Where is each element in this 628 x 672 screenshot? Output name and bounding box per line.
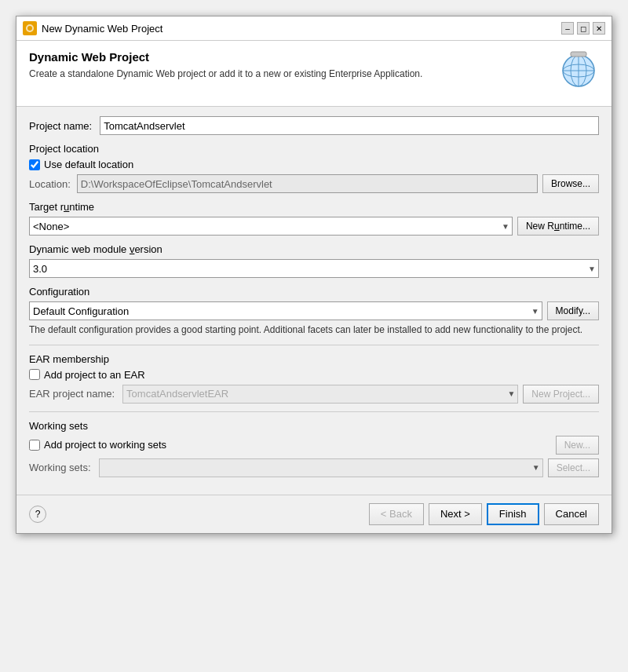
add-to-ear-checkbox[interactable] <box>29 369 40 380</box>
working-sets-label: Working sets <box>29 420 599 432</box>
ear-project-name-row: EAR project name: TomcatAndservletEAR ▼ … <box>29 385 599 404</box>
new-runtime-button[interactable]: New Runtime... <box>517 217 599 236</box>
browse-button[interactable]: Browse... <box>542 174 599 193</box>
web-module-version-select[interactable]: 3.0 2.5 2.4 <box>29 259 599 278</box>
globe-icon <box>558 50 599 93</box>
configuration-info: The default configuration provides a goo… <box>29 323 599 337</box>
ear-project-name-label: EAR project name: <box>29 388 115 400</box>
finish-button[interactable]: Finish <box>487 503 539 525</box>
svg-rect-8 <box>571 52 586 57</box>
working-sets-select[interactable] <box>99 458 543 477</box>
ear-membership-label: EAR membership <box>29 353 599 365</box>
web-module-version-select-wrapper: 3.0 2.5 2.4 ▼ <box>29 259 599 278</box>
use-default-location-checkbox[interactable] <box>29 159 40 170</box>
project-location-group: Project location Use default location Lo… <box>29 143 599 193</box>
title-bar: New Dynamic Web Project – ◻ ✕ <box>16 16 612 41</box>
target-runtime-row: <None> ▼ New Runtime... <box>29 217 599 236</box>
target-runtime-label: Target runtime <box>29 201 599 213</box>
help-button[interactable]: ? <box>29 506 46 523</box>
header-subtitle: Create a standalone Dynamic Web project … <box>29 68 422 79</box>
separator-1 <box>29 345 599 345</box>
configuration-select[interactable]: Default Configuration <box>29 301 542 320</box>
working-sets-select-wrapper: ▼ <box>99 458 543 477</box>
web-module-version-group: Dynamic web module version 3.0 2.5 2.4 ▼ <box>29 243 599 278</box>
content-area: Project name: Project location Use defau… <box>16 107 612 495</box>
header-text: Dynamic Web Project Create a standalone … <box>29 50 422 79</box>
configuration-row: Default Configuration ▼ Modify... <box>29 301 599 320</box>
project-name-label: Project name: <box>29 120 92 132</box>
project-name-group: Project name: <box>29 116 599 135</box>
footer-buttons: < Back Next > Finish Cancel <box>369 503 599 525</box>
target-runtime-group: Target runtime <None> ▼ New Runtime... <box>29 201 599 236</box>
new-project-button[interactable]: New Project... <box>523 385 599 404</box>
add-to-ear-row: Add project to an EAR <box>29 369 599 381</box>
modify-button[interactable]: Modify... <box>547 301 599 320</box>
header-title: Dynamic Web Project <box>29 50 422 64</box>
add-to-working-sets-label: Add project to working sets <box>44 439 166 451</box>
svg-point-2 <box>27 26 32 31</box>
close-button[interactable]: ✕ <box>593 22 605 35</box>
app-icon <box>23 21 37 35</box>
use-default-location-label: Use default location <box>44 159 133 170</box>
header-section: Dynamic Web Project Create a standalone … <box>16 41 612 107</box>
configuration-label: Configuration <box>29 286 599 298</box>
target-runtime-select[interactable]: <None> <box>29 217 513 236</box>
dialog-window: New Dynamic Web Project – ◻ ✕ Dynamic We… <box>16 16 612 534</box>
ear-project-name-select[interactable]: TomcatAndservletEAR <box>122 385 518 404</box>
target-runtime-select-wrapper: <None> ▼ <box>29 217 513 236</box>
back-button[interactable]: < Back <box>369 503 424 525</box>
web-module-version-label: Dynamic web module version <box>29 243 599 255</box>
configuration-select-wrapper: Default Configuration ▼ <box>29 301 542 320</box>
new-working-set-button[interactable]: New... <box>556 436 599 455</box>
location-input[interactable] <box>77 174 538 193</box>
maximize-button[interactable]: ◻ <box>577 22 590 35</box>
minimize-button[interactable]: – <box>561 22 574 35</box>
ear-membership-group: EAR membership Add project to an EAR EAR… <box>29 353 599 404</box>
select-working-set-button[interactable]: Select... <box>548 458 599 477</box>
project-name-input[interactable] <box>100 116 599 135</box>
window-title: New Dynamic Web Project <box>42 23 162 35</box>
title-bar-controls: – ◻ ✕ <box>561 22 605 35</box>
project-location-label: Project location <box>29 143 599 155</box>
separator-2 <box>29 411 599 412</box>
add-to-working-sets-row: Add project to working sets New... <box>29 436 599 455</box>
working-sets-select-row: Working sets: ▼ Select... <box>29 458 599 477</box>
location-label: Location: <box>29 178 71 190</box>
title-bar-left: New Dynamic Web Project <box>23 21 162 35</box>
working-sets-group: Working sets Add project to working sets… <box>29 420 599 477</box>
configuration-group: Configuration Default Configuration ▼ Mo… <box>29 286 599 337</box>
cancel-button[interactable]: Cancel <box>544 503 599 525</box>
use-default-location-row: Use default location <box>29 159 599 170</box>
next-button[interactable]: Next > <box>429 503 482 525</box>
add-to-working-sets-checkbox[interactable] <box>29 440 40 451</box>
add-to-ear-label: Add project to an EAR <box>44 369 145 381</box>
ear-project-name-select-wrapper: TomcatAndservletEAR ▼ <box>122 385 518 404</box>
location-row: Location: Browse... <box>29 174 599 193</box>
footer: ? < Back Next > Finish Cancel <box>16 495 612 533</box>
working-sets-label2: Working sets: <box>29 462 91 473</box>
